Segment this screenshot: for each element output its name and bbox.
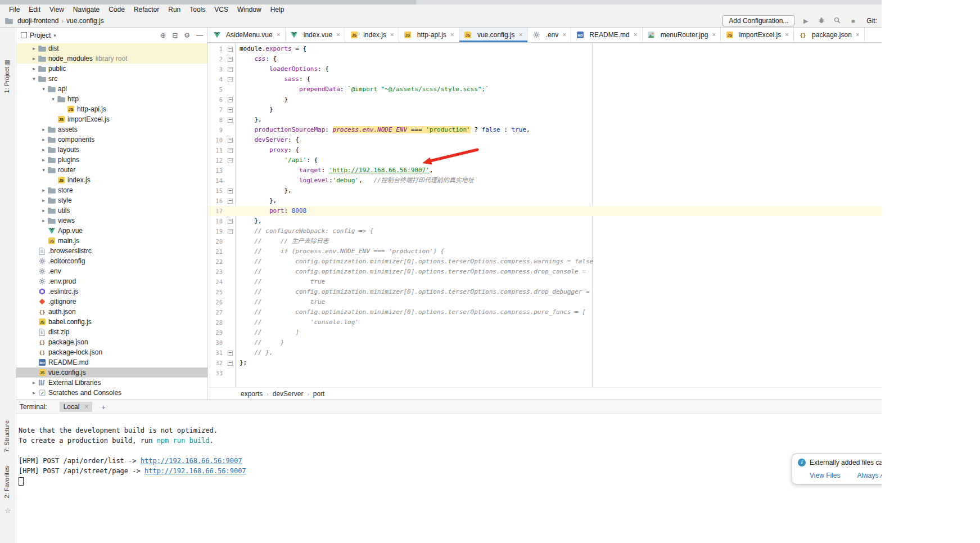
- code-line-28[interactable]: 28 // 'console.log': [208, 317, 882, 327]
- code-line-11[interactable]: 11 proxy: {: [208, 145, 882, 155]
- line-number[interactable]: 27: [208, 307, 225, 317]
- tool-button-project[interactable]: 1: Project: [3, 67, 10, 93]
- project-tool-icon[interactable]: ▦: [4, 59, 10, 66]
- line-number[interactable]: 30: [208, 338, 225, 348]
- chevron-right-icon[interactable]: ▸: [40, 198, 47, 203]
- code-editor[interactable]: 1module.exports = {2 css: {3 loaderOptio…: [208, 43, 882, 388]
- tree-item-api[interactable]: ▾api: [16, 84, 207, 94]
- terminal-tab-local[interactable]: Local ×: [60, 402, 93, 412]
- code-line-16[interactable]: 16 },: [208, 196, 882, 206]
- fold-marker-icon[interactable]: [225, 64, 235, 74]
- line-number[interactable]: 8: [208, 115, 225, 125]
- fold-marker-icon[interactable]: [225, 196, 235, 206]
- editor-tab-menuRouter.jpg[interactable]: menuRouter.jpg×: [643, 28, 721, 42]
- line-number[interactable]: 11: [208, 145, 225, 155]
- favorites-star-icon[interactable]: ☆: [4, 506, 11, 515]
- fold-marker-icon[interactable]: [225, 216, 235, 226]
- code-line-8[interactable]: 8 },: [208, 115, 882, 125]
- tree-item-Scratches-and-Consoles[interactable]: ▸Scratches and Consoles: [16, 388, 207, 398]
- line-number[interactable]: 26: [208, 297, 225, 307]
- code-line-5[interactable]: 5 prependData: `@import "~@/assets/scss/…: [208, 84, 882, 95]
- tree-item-importExcel.js[interactable]: JSimportExcel.js: [16, 114, 207, 124]
- tree-item-auth.json[interactable]: {}auth.json: [16, 307, 207, 317]
- tree-item-package-lock.json[interactable]: {}package-lock.json: [16, 347, 207, 357]
- line-number[interactable]: 22: [208, 257, 225, 267]
- code-line-33[interactable]: 33: [208, 368, 882, 378]
- tree-item-External-Libraries[interactable]: ▸External Libraries: [16, 378, 207, 388]
- chevron-right-icon[interactable]: ▸: [30, 390, 38, 396]
- code-line-29[interactable]: 29 // ]: [208, 327, 882, 338]
- code-line-31[interactable]: 31 // },: [208, 348, 882, 358]
- line-number[interactable]: 29: [208, 327, 225, 338]
- line-number[interactable]: 12: [208, 155, 225, 165]
- code-line-3[interactable]: 3 loaderOptions: {: [208, 64, 882, 74]
- fold-marker-icon[interactable]: [225, 155, 235, 165]
- chevron-right-icon[interactable]: ▸: [40, 157, 47, 163]
- debug-icon[interactable]: [817, 17, 826, 25]
- code-line-6[interactable]: 6 }: [208, 95, 882, 105]
- chevron-down-icon[interactable]: ▾: [40, 167, 47, 173]
- tree-item-utils[interactable]: ▸utils: [16, 205, 207, 216]
- tree-item-style[interactable]: ▸style: [16, 195, 207, 205]
- git-widget-label[interactable]: Git:: [866, 17, 877, 25]
- line-number[interactable]: 17: [208, 206, 225, 216]
- line-number[interactable]: 23: [208, 267, 225, 277]
- code-line-1[interactable]: 1module.exports = {: [208, 44, 882, 54]
- tab-close-icon[interactable]: ×: [712, 31, 716, 39]
- tree-item-README.md[interactable]: MDREADME.md: [16, 357, 207, 367]
- tab-close-icon[interactable]: ×: [785, 31, 789, 39]
- tab-close-icon[interactable]: ×: [634, 31, 638, 39]
- menu-item-vcs[interactable]: VCS: [210, 6, 233, 14]
- code-line-2[interactable]: 2 css: {: [208, 54, 882, 64]
- chevron-down-icon[interactable]: ▾: [53, 33, 56, 38]
- fold-marker-icon[interactable]: [225, 105, 235, 115]
- tree-item-assets[interactable]: ▸assets: [16, 124, 207, 134]
- code-line-23[interactable]: 23 // config.optimization.minimizer[0].o…: [208, 267, 882, 277]
- tree-item-views[interactable]: ▸views: [16, 216, 207, 226]
- line-number[interactable]: 10: [208, 135, 225, 145]
- code-line-17[interactable]: 17 port: 8008: [208, 206, 882, 216]
- tree-item-router[interactable]: ▾router: [16, 165, 207, 175]
- tree-item-http-api.js[interactable]: JShttp-api.js: [16, 104, 207, 114]
- tab-close-icon[interactable]: ×: [336, 31, 340, 39]
- code-line-7[interactable]: 7 }: [208, 105, 882, 115]
- line-number[interactable]: 6: [208, 95, 225, 105]
- tab-close-icon[interactable]: ×: [277, 31, 281, 39]
- tree-item-babel.config.js[interactable]: JSbabel.config.js: [16, 317, 207, 327]
- line-number[interactable]: 16: [208, 196, 225, 206]
- code-line-12[interactable]: 12 '/api': {: [208, 155, 882, 165]
- tree-item-.editorconfig[interactable]: .editorconfig: [16, 256, 207, 266]
- tool-button-favorites[interactable]: 2: Favorites: [3, 466, 10, 498]
- fold-marker-icon[interactable]: [225, 54, 235, 64]
- code-line-20[interactable]: 20 // // 生产去除日志: [208, 236, 882, 246]
- line-number[interactable]: 28: [208, 317, 225, 327]
- fold-marker-icon[interactable]: [225, 115, 235, 125]
- tree-item-App.vue[interactable]: App.vue: [16, 226, 207, 236]
- chevron-right-icon[interactable]: ▸: [40, 137, 47, 142]
- editor-tab-importExcel.js[interactable]: JSimportExcel.js×: [721, 28, 794, 42]
- menu-item-view[interactable]: View: [45, 6, 69, 14]
- breadcrumb-devServer[interactable]: devServer: [273, 390, 304, 398]
- tree-item-components[interactable]: ▸components: [16, 134, 207, 145]
- line-number[interactable]: 13: [208, 165, 225, 176]
- code-line-19[interactable]: 19 // configureWebpack: config => {: [208, 226, 882, 236]
- editor-tab-README.md[interactable]: MDREADME.md×: [571, 28, 642, 42]
- code-line-15[interactable]: 15 },: [208, 186, 882, 196]
- fold-marker-icon[interactable]: [225, 44, 235, 54]
- line-number[interactable]: 3: [208, 64, 225, 74]
- terminal-output[interactable]: Note that the development build is not o…: [16, 414, 882, 486]
- project-panel-title[interactable]: Project: [30, 32, 51, 39]
- gear-icon[interactable]: ⚙: [184, 32, 190, 39]
- tree-item-package.json[interactable]: {}package.json: [16, 337, 207, 347]
- code-line-21[interactable]: 21 // if (process.env.NODE_ENV === 'prod…: [208, 246, 882, 257]
- chevron-right-icon[interactable]: ▸: [40, 127, 47, 132]
- chevron-down-icon[interactable]: ▾: [49, 96, 57, 102]
- chevron-down-icon[interactable]: ▾: [30, 76, 38, 82]
- tree-item-public[interactable]: ▸public: [16, 64, 207, 74]
- tree-item-src[interactable]: ▾src: [16, 74, 207, 84]
- tab-close-icon[interactable]: ×: [562, 31, 566, 39]
- line-number[interactable]: 15: [208, 186, 225, 196]
- fold-marker-icon[interactable]: [225, 135, 235, 145]
- hide-panel-icon[interactable]: ―: [196, 32, 203, 39]
- fold-marker-icon[interactable]: [225, 95, 235, 105]
